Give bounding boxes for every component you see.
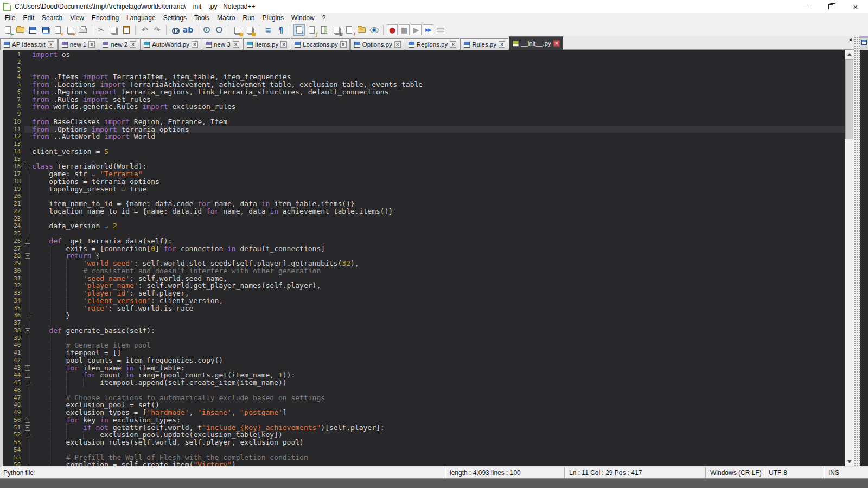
fold-marker[interactable]: − (24, 416, 32, 424)
monitoring-icon[interactable] (368, 24, 380, 36)
code-line-53[interactable]: 53 exclusion_rules(self.world, self.play… (3, 439, 845, 446)
code-line-26[interactable]: 26− def _get_terraria_data(self): (3, 237, 845, 245)
second-view[interactable] (860, 50, 868, 466)
view-splitter[interactable] (854, 50, 860, 466)
code-line-39[interactable]: 39 (3, 335, 845, 342)
menu-window[interactable]: Window (288, 13, 318, 23)
close-icon[interactable]: × (52, 24, 63, 36)
tab-rules-py[interactable]: Rules.py× (460, 38, 508, 50)
code-line-14[interactable]: 14client_version = 5 (3, 148, 845, 156)
macro-save-icon[interactable] (435, 24, 446, 36)
sync-horizontal-scroll-icon[interactable]: ■ (244, 24, 256, 36)
macro-stop-icon[interactable]: ■ (399, 24, 410, 35)
code-line-16[interactable]: 16−class TerrariaWorld(World): (3, 163, 845, 170)
redo-icon[interactable]: ↷ (151, 24, 163, 36)
paste-icon[interactable] (120, 24, 132, 36)
word-wrap-icon[interactable]: ≡ (263, 24, 274, 36)
close-all-icon[interactable]: × (65, 24, 76, 36)
code-line-12[interactable]: 12from ..AutoWorld import World (3, 133, 845, 140)
tab-regions-py[interactable]: Regions.py× (405, 38, 460, 50)
minimize-button[interactable] (793, 0, 818, 13)
code-line-42[interactable]: 42 pool_counts = item_frequencies.copy() (3, 357, 845, 364)
code-line-55[interactable]: 55 # Prefill the Wall of Flesh with the … (3, 454, 845, 461)
show-all-characters-icon[interactable]: ¶ (275, 24, 286, 36)
open-file-icon[interactable] (15, 24, 26, 36)
code-line-34[interactable]: 34 'client_version': client_version, (3, 297, 845, 305)
fold-marker[interactable]: − (24, 163, 32, 170)
tab-scroll-left-icon[interactable]: ◄ (846, 36, 854, 50)
code-line-40[interactable]: 40 # Generate item pool (3, 342, 845, 349)
view-splitter-top[interactable] (854, 36, 860, 50)
code-line-31[interactable]: 31 'seed_name': self.world.seed_name, (3, 275, 845, 282)
macro-run-multiple-icon[interactable]: ▶▶ (423, 24, 433, 35)
code-line-10[interactable]: 10from BaseClasses import Region, Entran… (3, 118, 845, 126)
menu-macro[interactable]: Macro (213, 13, 239, 23)
code-line-48[interactable]: 48 exclusion_pool = set() (3, 401, 845, 409)
save-all-icon[interactable] (40, 24, 51, 36)
code-line-30[interactable]: 30 # consistent and doesn't interfere wi… (3, 267, 845, 275)
code-line-24[interactable]: 24 data_version = 2 (3, 222, 845, 230)
tab-locations-py[interactable]: Locations.py× (291, 38, 350, 50)
fold-marker[interactable]: − (24, 424, 32, 432)
code-line-18[interactable]: 18 options = terraria_options (3, 178, 845, 185)
code-line-51[interactable]: 51− if not getattr(self.world, f"include… (3, 424, 845, 432)
tab-close-icon[interactable]: × (48, 41, 54, 48)
tab-close-icon[interactable]: × (233, 41, 239, 48)
print-icon[interactable] (77, 24, 88, 36)
code-line-35[interactable]: 35 'race': self.world.is_race (3, 305, 845, 312)
code-line-21[interactable]: 21 item_name_to_id = {name: data.code fo… (3, 200, 845, 208)
find-icon[interactable] (170, 24, 181, 36)
code-line-5[interactable]: 5from .Locations import TerrariaAchievem… (3, 81, 845, 88)
function-list-icon[interactable]: ƒ (306, 24, 317, 36)
code-line-54[interactable]: 54 (3, 446, 845, 454)
tab--init-py[interactable]: __init__.py× (509, 36, 563, 50)
tab-close-icon[interactable]: × (88, 41, 95, 48)
document-list-icon[interactable]: ≡ (331, 24, 342, 36)
undo-icon[interactable]: ↶ (139, 24, 150, 36)
zoom-in-icon[interactable]: + (201, 24, 212, 36)
menu-edit[interactable]: Edit (19, 13, 38, 23)
tab-items-py[interactable]: Items.py× (243, 38, 290, 50)
code-line-3[interactable]: 3 (3, 66, 845, 74)
code-line-41[interactable]: 41 itempool = [] (3, 349, 845, 357)
code-line-22[interactable]: 22 location_name_to_id = {name: data.id … (3, 208, 845, 215)
fold-marker[interactable]: − (24, 252, 32, 260)
sync-vertical-scroll-icon[interactable]: ■ (232, 24, 243, 36)
code-line-28[interactable]: 28− return { (3, 252, 845, 260)
macro-play-icon[interactable]: ▶ (411, 24, 422, 35)
menu-settings[interactable]: Settings (159, 13, 190, 23)
code-line-29[interactable]: 29 'world_seed': self.world.slot_seeds[s… (3, 260, 845, 267)
code-line-43[interactable]: 43− for item_name in item_table: (3, 364, 845, 372)
tab-close-icon[interactable]: × (499, 41, 505, 48)
tab-ap-ideas-txt[interactable]: AP Ideas.txt× (0, 38, 58, 50)
tab-close-icon[interactable]: × (130, 41, 136, 48)
tab-close-icon[interactable]: × (553, 40, 560, 47)
macro-record-icon[interactable]: ● (387, 24, 398, 35)
code-line-9[interactable]: 9 (3, 111, 845, 118)
code-line-17[interactable]: 17 game: str = "Terraria" (3, 170, 845, 178)
tab-autoworld-py[interactable]: AutoWorld.py× (140, 38, 201, 50)
project-panel-icon[interactable] (356, 24, 367, 36)
indent-guide-icon[interactable]: ⋮ (293, 24, 305, 36)
menu-search[interactable]: Search (38, 13, 66, 23)
tab-close-icon[interactable]: × (450, 41, 456, 48)
scrollbar-thumb[interactable] (845, 59, 853, 139)
menu-file[interactable]: File (1, 13, 19, 23)
status-encoding[interactable]: UTF-8 (764, 467, 824, 478)
code-line-13[interactable]: 13 (3, 140, 845, 148)
menu-view[interactable]: View (66, 13, 88, 23)
code-line-33[interactable]: 33 'player_id': self.player, (3, 290, 845, 297)
fold-marker[interactable]: − (24, 364, 32, 372)
code-line-32[interactable]: 32 'player_name': self.world.get_player_… (3, 282, 845, 290)
code-line-2[interactable]: 2 (3, 59, 845, 66)
code-line-6[interactable]: 6from .Regions import terraria_regions, … (3, 88, 845, 96)
status-insert-mode[interactable]: INS (824, 467, 868, 478)
editor[interactable]: 1import os234from .Items import Terraria… (3, 50, 845, 466)
restore-button[interactable] (818, 0, 843, 13)
code-line-25[interactable]: 25 (3, 230, 845, 237)
tab-new-2[interactable]: new 2× (99, 38, 139, 50)
code-line-19[interactable]: 19 topology_present = True (3, 185, 845, 193)
tab-close-icon[interactable]: × (340, 41, 347, 48)
menu-encoding[interactable]: Encoding (88, 13, 123, 23)
second-view-tab-fragment[interactable] (860, 36, 868, 50)
